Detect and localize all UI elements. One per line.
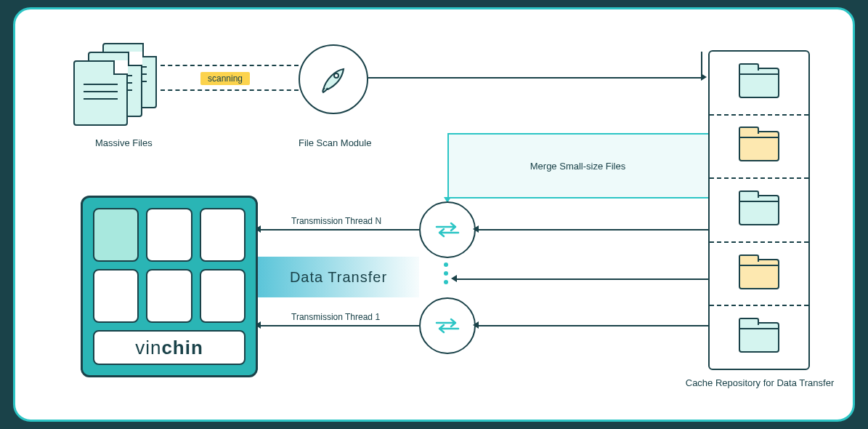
cache-slot <box>710 116 808 180</box>
connector <box>258 229 419 230</box>
cache-slot <box>710 243 808 307</box>
folder-icon <box>739 68 779 98</box>
storage-cell <box>146 208 192 262</box>
storage-cell <box>93 269 139 323</box>
connector-teal <box>448 133 708 135</box>
vinchin-logo: vinchin <box>93 330 246 365</box>
transfer-icon <box>435 317 460 334</box>
cache-repo-label: Cache Repository for Data Transfer <box>684 377 836 388</box>
transfer-icon <box>435 221 460 238</box>
connector-dashed <box>161 89 299 91</box>
connector-teal <box>448 197 708 199</box>
cache-repository <box>708 50 810 370</box>
arrow-icon <box>451 275 457 282</box>
connector <box>476 229 708 230</box>
cache-slot <box>710 179 808 243</box>
arrow-icon <box>473 321 479 329</box>
folder-icon <box>739 131 779 161</box>
brand-text: vin <box>135 337 161 359</box>
massive-files-icon <box>73 43 168 130</box>
connector-teal <box>447 133 449 199</box>
tx-thread-1-label: Transmission Thread 1 <box>291 312 380 322</box>
storage-cell <box>93 208 139 262</box>
arrow-icon <box>473 225 479 233</box>
file-scan-label: File Scan Module <box>299 137 371 148</box>
folder-icon <box>739 322 779 353</box>
tx-thread-n-icon <box>419 201 476 258</box>
ellipsis-dots <box>444 262 448 284</box>
tx-thread-1-icon <box>419 297 476 354</box>
tx-thread-n-label: Transmission Thread N <box>291 216 381 226</box>
connector-dashed <box>161 65 299 66</box>
storage-cell <box>200 208 246 262</box>
data-transfer-label: Data Transfer <box>258 257 419 297</box>
folder-icon <box>739 259 779 289</box>
connector <box>454 278 708 280</box>
connector <box>476 325 708 326</box>
cache-slot <box>710 52 808 116</box>
vinchin-storage-box: vinchin <box>81 196 258 377</box>
storage-cell <box>146 269 192 323</box>
file-scan-module-icon <box>299 44 368 114</box>
arrow-icon <box>701 73 707 81</box>
merge-label: Merge Small-size Files <box>530 161 625 172</box>
connector <box>368 77 702 79</box>
brand-text: chin <box>161 337 203 359</box>
rocket-icon <box>319 65 348 94</box>
storage-cell <box>200 269 246 323</box>
merge-panel: Merge Small-size Files <box>447 133 708 199</box>
connector <box>258 325 419 326</box>
scanning-badge: scanning <box>200 72 250 85</box>
cache-slot <box>710 306 808 369</box>
massive-files-label: Massive Files <box>95 137 153 148</box>
diagram-canvas: Massive Files scanning File Scan Module … <box>13 7 855 422</box>
folder-icon <box>739 195 779 225</box>
svg-point-0 <box>334 73 338 78</box>
